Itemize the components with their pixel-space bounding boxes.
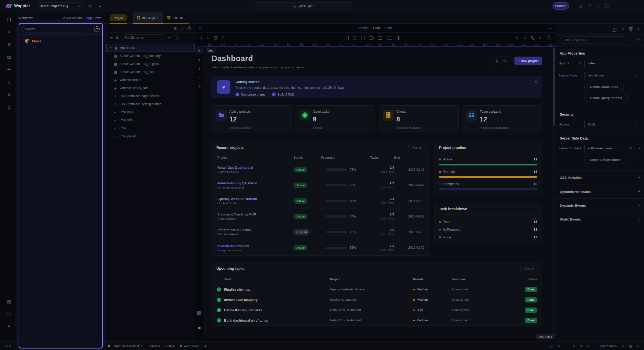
layers-icon[interactable]: ≣ [5, 91, 13, 99]
more-icon[interactable]: ⋯ [565, 344, 568, 348]
project-link[interactable]: Manufacturing QA Portal [217, 181, 294, 185]
grid-toggle-icon[interactable]: ⣿⣿ [197, 311, 201, 315]
tree-item[interactable]: Variable trends [106, 76, 195, 84]
kebab-menu-icon[interactable]: ⋮ [597, 4, 600, 8]
components-icon[interactable]: ▦ [115, 36, 118, 39]
tree-chevron-icon[interactable] [109, 94, 114, 98]
package-icon[interactable]: ▣ [629, 344, 632, 348]
theme-droplet-icon[interactable] [588, 4, 592, 8]
tree-item[interactable]: Row [106, 124, 195, 132]
css-icon[interactable]: 3 [629, 27, 633, 31]
tree-item[interactable]: Server Connect sc_projects [106, 60, 195, 68]
view-code[interactable]: Code [373, 26, 381, 30]
file-tab-index[interactable]: 5 index.ejs ○ [133, 12, 163, 24]
tab-app-flows[interactable]: App Flows [86, 16, 101, 20]
tree-item[interactable]: Row panels [106, 132, 195, 140]
project-link[interactable]: Patient Intake Forms [217, 228, 294, 232]
access-select[interactable]: Public ∨ [584, 120, 641, 129]
collapse-left-icon[interactable]: « [199, 26, 201, 30]
device-large-desktop-icon[interactable] [387, 36, 392, 40]
view-all-button[interactable]: View all [409, 144, 425, 151]
select-server-action-button[interactable]: Select Server Action [584, 156, 626, 164]
canvas-scrollbar[interactable] [553, 48, 555, 336]
table-row[interactable]: ✓ Define KPI requirements Retail Ops Das… [212, 305, 542, 315]
support-icon[interactable]: ♥ [5, 322, 13, 331]
collapsed-section-row[interactable]: Static Events + [556, 212, 644, 226]
publish-button[interactable]: Publish [552, 2, 569, 10]
clear-icon[interactable]: ✕ [638, 147, 641, 150]
bolt-icon[interactable] [637, 27, 640, 31]
selection-tag[interactable]: App index [536, 334, 555, 339]
split-view-icon[interactable]: ◫ [579, 4, 582, 8]
edit-properties-icon[interactable]: ✎ [612, 27, 617, 32]
table-row[interactable]: ✓ Invoice CSV mapping Invoice Automation… [212, 295, 542, 305]
add-panel-icon[interactable]: + [204, 344, 207, 348]
panel-icon[interactable]: ▢ [550, 344, 553, 348]
table-row[interactable]: Patient Intake Forms Brightside Health O… [212, 224, 430, 240]
table-row[interactable]: ✓ Finalize site map Agency Website Refre… [212, 284, 542, 295]
add-icon[interactable]: + [638, 175, 640, 180]
fork-icon[interactable]: ⋔ [572, 344, 575, 348]
database-icon[interactable]: ▤ [5, 53, 13, 61]
list-view-icon[interactable] [181, 27, 184, 30]
filters-icon[interactable]: ☰ [5, 65, 13, 74]
experiments-icon[interactable]: ⚗ [580, 344, 583, 348]
find-elements-input[interactable] [121, 34, 165, 41]
style-icon[interactable]: ✐ [587, 344, 590, 348]
collapsed-section-row[interactable]: Dynamic Events + [556, 198, 644, 212]
project-selector[interactable]: Demo Projects HQ ∨ [37, 2, 83, 10]
accessibility-icon[interactable]: ⚇ [196, 74, 203, 80]
device-tablet-icon[interactable] [361, 36, 365, 40]
pages-button[interactable]: Pages [110, 14, 127, 21]
server-connect-input[interactable] [584, 144, 636, 153]
help-icon[interactable]: ? [94, 26, 100, 32]
invite-button[interactable]: Invite [492, 57, 512, 65]
tree-item[interactable]: App index [106, 44, 195, 52]
quick-open-button[interactable]: Quick Open [255, 2, 353, 10]
device-phone-icon[interactable] [346, 36, 349, 40]
flows-tree-item[interactable]: Flows [19, 37, 102, 45]
view-all-button[interactable]: View all [520, 265, 537, 272]
redo-icon[interactable]: ↻ [207, 36, 210, 40]
add-icon[interactable]: + [638, 203, 640, 208]
sitemap-icon[interactable] [187, 26, 191, 30]
tree-chevron-icon[interactable] [109, 102, 114, 106]
problems-tab[interactable]: Problems [148, 344, 160, 347]
tree-chevron-icon[interactable] [109, 126, 114, 130]
more-options-icon[interactable]: ⋯ [168, 36, 171, 39]
undo-icon[interactable]: ↺ [199, 36, 203, 40]
collapse-icon[interactable]: ∧ [636, 344, 639, 348]
table-row[interactable]: Agency Website Refresh Bluebird Studio A… [212, 193, 430, 209]
file-tab-main[interactable]: 5 main.ejs [163, 12, 189, 24]
build-tools-icon[interactable]: ⚒ [5, 40, 13, 49]
extensions-icon[interactable]: ▦ [5, 297, 13, 306]
device-square-icon[interactable] [353, 36, 357, 39]
table-row[interactable]: Shipment Tracking MVP Orbit Logistics Ac… [212, 209, 430, 224]
bolt-icon[interactable] [515, 36, 518, 40]
tab-server-actions[interactable]: Server Actions [61, 16, 83, 20]
table-row[interactable]: Manufacturing QA Portal Acme Manufacturi… [212, 178, 430, 193]
view-split[interactable]: Split [385, 26, 392, 30]
cloud-sync-icon[interactable]: ☁ [97, 4, 103, 8]
edit-icon[interactable]: ✎ [196, 48, 203, 54]
output-tab[interactable]: Output [165, 344, 174, 347]
define-query-params-button[interactable]: Define Query Params [584, 94, 628, 102]
tree-chevron-icon[interactable] [109, 110, 114, 114]
tab-workflows[interactable]: Workflows [18, 16, 33, 20]
eye-icon[interactable]: ◎ [196, 82, 203, 89]
view-design[interactable]: Design [358, 26, 368, 30]
layout-page-select[interactable]: layouts/main ∨ [584, 71, 641, 80]
code-view-icon[interactable]: </> [110, 36, 113, 39]
more-options-icon[interactable]: ⋯ [630, 38, 633, 42]
tree-item[interactable]: Flex Container page-header [106, 92, 195, 100]
robot-icon[interactable]: ◘ [5, 103, 13, 112]
collapsed-section-row[interactable]: Dynamic Attributes + [556, 185, 644, 198]
project-link[interactable]: Shipment Tracking MVP [217, 212, 294, 216]
help-icon[interactable]: ? [636, 38, 640, 42]
app-connect-icon[interactable]: ⚛ [5, 28, 13, 36]
table-row[interactable]: ✓ Build dashboard wireframes Retail Ops … [212, 315, 542, 326]
more-options-icon[interactable]: ⋯ [88, 27, 92, 31]
device-laptop-icon[interactable] [369, 36, 374, 39]
pages-icon[interactable]: ❏ [5, 15, 13, 24]
collapse-right-icon[interactable]: » [549, 26, 551, 30]
